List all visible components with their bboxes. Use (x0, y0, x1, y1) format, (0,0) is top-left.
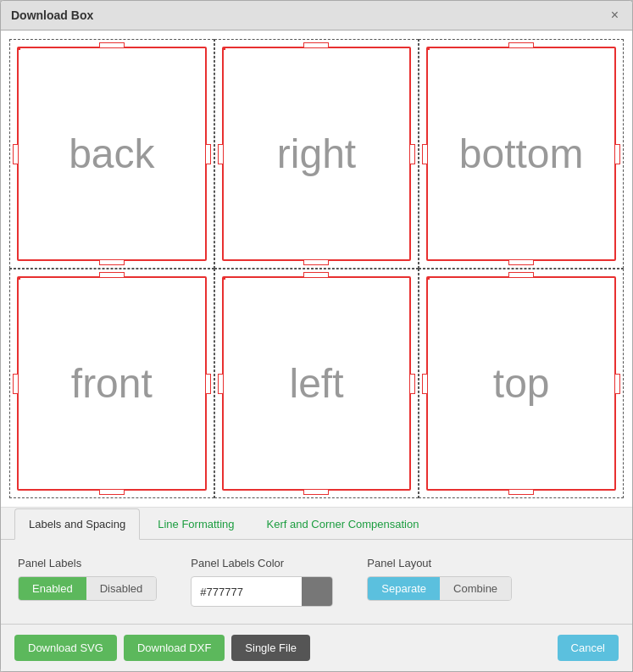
single-file-button[interactable]: Single File (231, 635, 310, 661)
panel-left: left (214, 269, 419, 498)
tab-line-formatting[interactable]: Line Formatting (143, 508, 248, 540)
connector-left-right (409, 374, 415, 394)
connector-top-right (614, 374, 620, 394)
panel-labels-label: Panel Labels (18, 557, 157, 569)
connector-left-top (303, 272, 329, 278)
footer-bar: Download SVG Download DXF Single File Ca… (1, 624, 632, 671)
panel-front-label: front (71, 360, 153, 407)
connector-back-left (13, 144, 19, 164)
panel-front: front (9, 269, 214, 498)
panel-right: right (214, 39, 419, 269)
dialog-title: Download Box (11, 8, 93, 22)
panel-layout-label: Panel Layout (367, 557, 512, 569)
download-dxf-button[interactable]: Download DXF (124, 635, 225, 661)
connector-back-right (205, 144, 211, 164)
connector-right-top (303, 42, 329, 48)
panels-area: back right bottom (1, 31, 632, 508)
panel-back-label: back (69, 131, 154, 177)
close-button[interactable]: × (608, 8, 622, 23)
tab-kerf-corner[interactable]: Kerf and Corner Compensation (253, 508, 434, 540)
panel-labels-toggle: Enabled Disabled (18, 576, 157, 601)
panel-layout-toggle: Separate Combine (367, 576, 512, 601)
color-swatch-button[interactable] (302, 577, 332, 606)
connector-left-left (218, 374, 224, 394)
panel-labels-group: Panel Labels Enabled Disabled (18, 557, 157, 601)
connector-front-top (99, 272, 125, 278)
panel-bottom-label: bottom (459, 131, 584, 177)
panel-bottom: bottom (419, 39, 624, 269)
connector-bottom-top (508, 42, 534, 48)
connector-left-bottom (303, 489, 329, 495)
panel-layout-separate-btn[interactable]: Separate (368, 577, 440, 600)
connector-top-top (508, 272, 534, 278)
download-box-dialog: Download Box × back right (0, 0, 633, 672)
color-text-input[interactable] (192, 580, 302, 603)
cancel-button[interactable]: Cancel (558, 635, 619, 661)
color-input-group (191, 576, 333, 607)
dialog-header: Download Box × (1, 1, 632, 31)
panel-labels-disabled-btn[interactable]: Disabled (86, 577, 157, 600)
download-svg-button[interactable]: Download SVG (14, 635, 117, 661)
tabs-section: Labels and Spacing Line Formatting Kerf … (1, 508, 632, 540)
connector-right-right (409, 144, 415, 164)
panel-labels-color-group: Panel Labels Color (191, 557, 333, 607)
settings-section: Panel Labels Enabled Disabled Panel Labe… (1, 540, 632, 624)
tab-labels-spacing[interactable]: Labels and Spacing (14, 508, 140, 540)
panel-left-label: left (289, 360, 343, 407)
panel-labels-color-label: Panel Labels Color (191, 557, 333, 569)
connector-back-top (99, 42, 125, 48)
panel-back: back (9, 39, 214, 269)
panel-layout-combine-btn[interactable]: Combine (440, 577, 511, 600)
connector-top-left (422, 374, 428, 394)
connector-front-bottom (99, 489, 125, 495)
panel-right-label: right (277, 131, 356, 177)
connector-bottom-left (422, 144, 428, 164)
connector-bottom-right (614, 144, 620, 164)
connector-top-bottom (508, 489, 534, 495)
panel-top: top (419, 269, 624, 498)
connector-front-left (13, 374, 19, 394)
panel-layout-group: Panel Layout Separate Combine (367, 557, 512, 601)
connector-right-left (218, 144, 224, 164)
connector-right-bottom (303, 259, 329, 265)
connector-back-bottom (99, 259, 125, 265)
panel-labels-enabled-btn[interactable]: Enabled (19, 577, 86, 600)
connector-bottom-bottom (508, 259, 534, 265)
connector-front-right (205, 374, 211, 394)
panel-top-label: top (493, 360, 550, 407)
